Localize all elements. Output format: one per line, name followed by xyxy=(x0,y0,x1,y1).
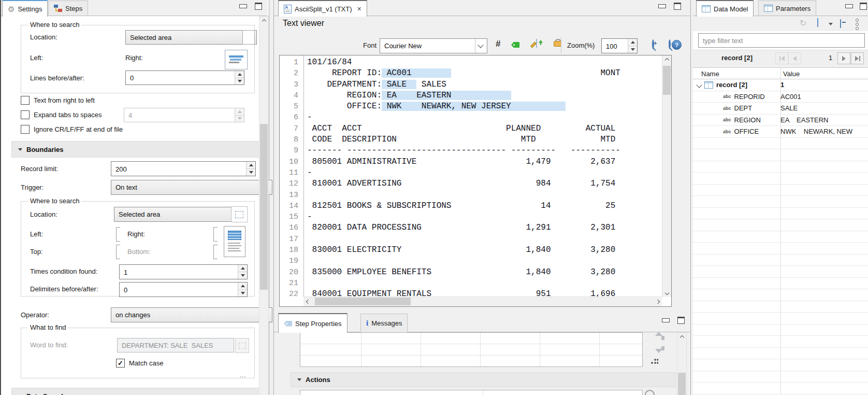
location-select-2[interactable]: Selected area xyxy=(114,207,244,222)
empty-table-row[interactable] xyxy=(693,371,868,383)
tag-icon[interactable] xyxy=(511,42,519,48)
maximize-button[interactable] xyxy=(255,3,262,10)
empty-table-row[interactable] xyxy=(693,185,868,196)
empty-table-row[interactable] xyxy=(693,138,868,150)
empty-table-row[interactable] xyxy=(693,325,868,336)
empty-table-row[interactable] xyxy=(693,149,868,161)
location-select[interactable]: Selected area xyxy=(125,30,257,45)
filter-input[interactable] xyxy=(698,33,865,48)
scrollbar-thumb[interactable] xyxy=(678,373,686,395)
bottom-panel-scrollbar[interactable] xyxy=(677,332,687,395)
match-case-checkbox[interactable]: ✓ Match case xyxy=(116,359,163,368)
maximize-button[interactable] xyxy=(677,317,685,324)
top-edit-field[interactable] xyxy=(116,245,120,259)
empty-table-row[interactable] xyxy=(693,266,868,278)
data-model-tree[interactable]: record [2]1abcREPORIDAC001abcDEPTSALEabc… xyxy=(693,79,868,395)
right-edit-field[interactable] xyxy=(213,227,218,242)
empty-table-row[interactable] xyxy=(693,336,868,348)
left-edit-field[interactable] xyxy=(116,227,120,242)
bottom-edit-field[interactable] xyxy=(213,245,218,259)
viewer-line[interactable]: REPORT ID: AC001 MONT xyxy=(307,68,662,79)
location-edit-field[interactable] xyxy=(242,30,255,45)
overflow-menu-icon[interactable] xyxy=(856,19,859,30)
area-preview-button[interactable] xyxy=(225,50,248,69)
viewer-line[interactable] xyxy=(307,278,662,289)
viewer-hscrollbar[interactable] xyxy=(303,297,662,306)
empty-table-row[interactable] xyxy=(693,208,868,220)
empty-table-row[interactable] xyxy=(693,383,868,394)
scroll-up-button[interactable] xyxy=(677,333,686,342)
scrollbar-thumb[interactable] xyxy=(260,124,268,290)
viewer-line[interactable]: - xyxy=(307,211,662,222)
maximize-button[interactable] xyxy=(860,3,867,10)
empty-table-row[interactable] xyxy=(693,278,868,290)
empty-table-row[interactable] xyxy=(693,243,868,255)
tab-asciisplit[interactable]: A AsciiSplit_v1 (TXT) × xyxy=(278,0,367,17)
spin-down[interactable] xyxy=(238,290,247,297)
scrollbar-thumb[interactable] xyxy=(315,298,411,305)
collapse-all-icon[interactable] xyxy=(840,19,841,28)
viewer-line[interactable]: 820001 DATA PROCESSING 1,291 2,301 xyxy=(307,222,662,233)
checkbox-rtl[interactable]: Text from right to left xyxy=(21,96,95,105)
scroll-up-button[interactable] xyxy=(259,17,268,25)
next-record-button[interactable] xyxy=(837,52,850,64)
lines-before-after-stepper[interactable]: 0 xyxy=(125,70,244,85)
viewer-line[interactable]: CODE DESCRIPTION MTD MTD xyxy=(307,134,662,145)
minimize-button[interactable] xyxy=(239,4,247,8)
add-action-icon[interactable] xyxy=(645,390,655,395)
minimize-button[interactable] xyxy=(658,4,666,8)
scroll-left-button[interactable] xyxy=(303,297,312,306)
viewer-line[interactable] xyxy=(307,256,662,266)
times-condition-stepper[interactable]: 1 xyxy=(119,264,248,279)
help-icon[interactable]: ? xyxy=(672,40,682,50)
checkbox-box[interactable] xyxy=(21,125,30,134)
select-area-button[interactable] xyxy=(231,206,248,222)
line-numbers-toggle-icon[interactable]: # xyxy=(496,39,500,49)
minimize-button[interactable] xyxy=(845,4,853,8)
chevron-down-icon[interactable] xyxy=(696,82,702,88)
trigger-select[interactable]: On text xyxy=(111,180,272,195)
checkbox-box[interactable] xyxy=(21,96,30,105)
left-panel-scrollbar[interactable] xyxy=(259,16,269,395)
record-limit-stepper[interactable]: 200 xyxy=(111,161,256,176)
table-row[interactable]: abcREPORIDAC001 xyxy=(693,91,868,103)
empty-table-row[interactable] xyxy=(693,348,868,360)
spin-down[interactable] xyxy=(247,169,255,176)
edit-marker-icon[interactable] xyxy=(536,39,537,48)
empty-table-row[interactable] xyxy=(693,196,868,208)
text-viewer[interactable]: 12345678910111213141516171819202122 101/… xyxy=(279,55,672,307)
viewer-line[interactable] xyxy=(307,190,662,201)
new-record-icon[interactable] xyxy=(817,18,818,27)
empty-table-row[interactable] xyxy=(693,313,868,325)
spin-up[interactable] xyxy=(247,162,255,169)
dropdown-arrow-icon[interactable] xyxy=(829,23,833,25)
font-select[interactable]: Courier New xyxy=(380,38,487,53)
empty-table-row[interactable] xyxy=(693,289,868,301)
column-header-value[interactable]: Value xyxy=(783,70,800,78)
tab-settings[interactable]: ⚙ Settings xyxy=(2,0,48,17)
checkbox-box[interactable] xyxy=(21,110,30,119)
viewer-line[interactable] xyxy=(307,234,662,245)
viewer-line[interactable]: 810001 ADVERTISING 984 1,754 xyxy=(307,178,662,189)
tab-steps[interactable]: Steps xyxy=(48,1,88,16)
zoom-out-icon[interactable]: - xyxy=(669,39,671,49)
tab-messages[interactable]: i Messages xyxy=(360,314,408,332)
empty-table-row[interactable] xyxy=(693,231,868,243)
table-row[interactable]: record [2]1 xyxy=(693,79,868,91)
empty-table-row[interactable] xyxy=(693,173,868,185)
close-icon[interactable]: × xyxy=(357,5,361,13)
tab-step-properties[interactable]: Step Properties xyxy=(278,313,348,333)
viewer-line[interactable]: 835000 EMPLOYEE BENEFITS 1,840 3,280 xyxy=(307,267,662,278)
operator-select[interactable]: on changes xyxy=(111,307,272,322)
column-header-name[interactable]: Name xyxy=(701,70,719,78)
viewer-line[interactable]: - xyxy=(307,167,662,178)
viewer-line[interactable]: 812501 BOOKS & SUBSCRIPTIONS 14 25 xyxy=(307,201,662,211)
table-row[interactable]: abcREGIONEA EASTERN xyxy=(693,115,868,126)
last-record-button[interactable] xyxy=(851,52,864,64)
scroll-right-button[interactable] xyxy=(653,297,662,306)
resize-grip[interactable]: … xyxy=(239,371,247,379)
empty-table-row[interactable] xyxy=(693,219,868,231)
delimiters-stepper[interactable]: 0 xyxy=(119,282,248,297)
scrollbar-thumb[interactable] xyxy=(663,66,671,95)
zoom-stepper[interactable]: 100 xyxy=(601,38,638,53)
